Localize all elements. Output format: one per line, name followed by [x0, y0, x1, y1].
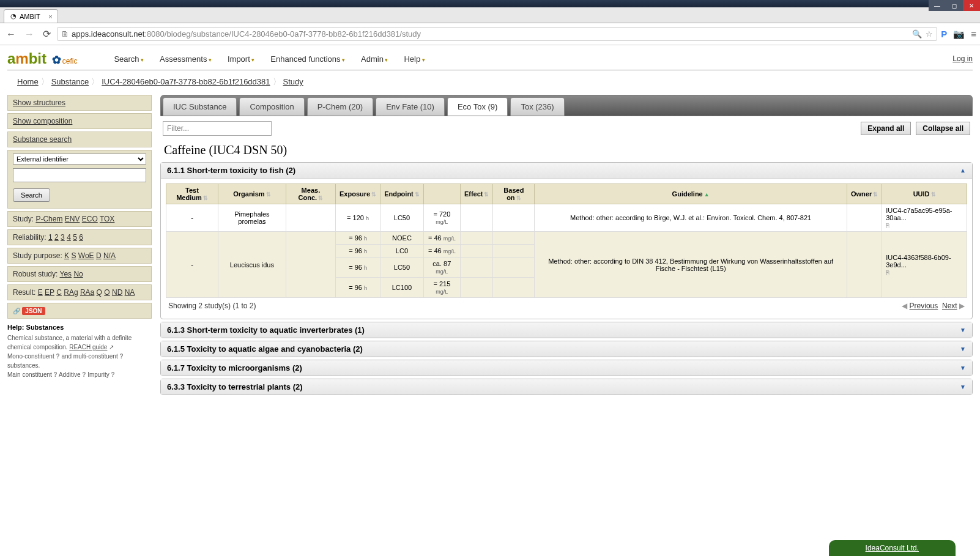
panel-header[interactable]: 6.1.7 Toxicity to microorganisms (2)▼ [161, 360, 972, 376]
filter-link[interactable]: 3 [61, 233, 65, 242]
tab-composition[interactable]: Composition [239, 97, 304, 116]
filter-link[interactable]: No [73, 270, 83, 278]
breadcrumb: Home〉Substance〉IUC4-28046eb0-0a7f-3778-b… [7, 70, 973, 95]
filter-link[interactable]: ECO [82, 215, 98, 223]
nav-admin[interactable]: Admin [361, 54, 388, 64]
main-content: IUC SubstanceCompositionP-Chem (20)Env F… [160, 95, 973, 398]
link-icon: 🔗 [13, 308, 20, 314]
nav-search[interactable]: Search [114, 54, 144, 64]
filter-link[interactable]: O [104, 288, 110, 297]
filter-link[interactable]: 5 [73, 233, 77, 242]
identifier-select[interactable]: External identifier [13, 154, 146, 165]
filter-link[interactable]: 2 [54, 233, 59, 242]
column-header[interactable]: Owner⇅ [847, 184, 882, 204]
tab-env-fate-10-[interactable]: Env Fate (10) [376, 97, 445, 116]
panel-header[interactable]: 6.1.3 Short-term toxicity to aquatic inv… [161, 322, 972, 338]
filter-link[interactable]: Q [97, 288, 102, 297]
filter-link[interactable]: C [56, 288, 62, 297]
app-header: ambit ✿cefic SearchAssessmentsImportEnha… [7, 45, 973, 70]
zoom-icon[interactable]: 🔍 [912, 29, 922, 39]
filter-link[interactable]: D [96, 251, 102, 260]
collapse-all-button[interactable]: Collapse all [916, 122, 970, 135]
json-badge[interactable]: JSON [22, 307, 45, 315]
browser-tab[interactable]: ◔ AMBIT × [4, 9, 58, 23]
nav-enhanced-functions[interactable]: Enhanced functions [270, 54, 345, 64]
next-link[interactable]: Next [942, 302, 957, 310]
sidebar-link[interactable]: Substance search [13, 135, 72, 144]
expand-icon: ▼ [960, 384, 966, 390]
tab-close-icon[interactable]: × [48, 13, 52, 20]
browser-menu-icon[interactable]: ≡ [971, 29, 976, 39]
breadcrumb-item[interactable]: Home [17, 77, 39, 86]
bookmark-icon[interactable]: ☆ [926, 29, 933, 39]
column-header[interactable]: Organism⇅ [218, 184, 286, 204]
breadcrumb-item[interactable]: Study [283, 77, 303, 86]
ext-p-icon[interactable]: P [941, 29, 947, 39]
filter-link[interactable]: S [71, 251, 76, 260]
prev-link[interactable]: Previous [910, 302, 938, 310]
sidebar-link[interactable]: Show structures [13, 98, 65, 107]
nav-assessments[interactable]: Assessments [160, 54, 212, 64]
filter-link[interactable]: Yes [60, 270, 72, 278]
breadcrumb-item[interactable]: Substance [51, 77, 89, 86]
page-icon: 🗎 [61, 29, 69, 39]
tab-iuc-substance[interactable]: IUC Substance [163, 97, 237, 116]
panel-header[interactable]: 6.1.5 Toxicity to aquatic algae and cyan… [161, 341, 972, 357]
filter-link[interactable]: P-Chem [35, 215, 62, 223]
forward-button[interactable]: → [22, 28, 37, 41]
column-header[interactable] [423, 184, 460, 204]
copy-icon[interactable]: ⎘ [886, 222, 889, 229]
login-link[interactable]: Log in [952, 54, 973, 63]
filter-link[interactable]: WoE [78, 251, 94, 260]
window-maximize[interactable]: ◻ [946, 0, 963, 11]
copy-icon[interactable]: ⎘ [886, 269, 889, 276]
filter-link[interactable]: ND [112, 288, 122, 297]
column-header[interactable]: UUID⇅ [882, 184, 967, 204]
filter-link[interactable]: EP [45, 288, 54, 297]
tab-p-chem-20-[interactable]: P-Chem (20) [307, 97, 373, 116]
gear-icon: ✿ [52, 54, 61, 66]
filter-input[interactable] [163, 121, 272, 136]
filter-link[interactable]: ENV [65, 215, 80, 223]
nav-help[interactable]: Help [404, 54, 425, 64]
filter-link[interactable]: N/A [103, 251, 116, 260]
tab-tox-236-[interactable]: Tox (236) [510, 97, 564, 116]
filter-link[interactable]: E [38, 288, 43, 297]
search-button[interactable]: Search [13, 188, 50, 202]
filter-link[interactable]: TOX [100, 215, 114, 223]
column-header[interactable]: Effect⇅ [460, 184, 493, 204]
reach-guide-link[interactable]: REACH guide [69, 344, 107, 350]
app-logo[interactable]: ambit ✿cefic [7, 50, 77, 67]
study-table: Test Medium⇅Organism⇅Meas. Conc.⇅Exposur… [166, 183, 967, 298]
collapse-icon: ▲ [960, 167, 966, 174]
column-header[interactable]: Endpoint⇅ [380, 184, 424, 204]
expand-all-button[interactable]: Expand all [861, 122, 911, 135]
tab-eco-tox-9-[interactable]: Eco Tox (9) [447, 97, 508, 116]
column-header[interactable]: Guideline▲ [535, 184, 847, 204]
filter-link[interactable]: RAg [64, 288, 78, 297]
column-header[interactable]: Exposure⇅ [335, 184, 380, 204]
filter-link[interactable]: 1 [48, 233, 53, 242]
filter-link[interactable]: 4 [67, 233, 71, 242]
breadcrumb-item[interactable]: IUC4-28046eb0-0a7f-3778-bb82-6b1f216dd38… [102, 77, 270, 86]
filter-link[interactable]: RAa [80, 288, 94, 297]
nav-import[interactable]: Import [228, 54, 254, 64]
sidebar-link[interactable]: Show composition [13, 117, 72, 125]
address-bar[interactable]: 🗎 apps.ideaconsult.net:8080/biodeg/subst… [57, 27, 937, 41]
search-input[interactable] [13, 168, 146, 182]
filter-link[interactable]: NA [125, 288, 135, 297]
column-header[interactable]: Meas. Conc.⇅ [286, 184, 335, 204]
page-title: Caffeine (IUC4 DSN 50) [160, 141, 973, 162]
column-header[interactable]: Based on⇅ [493, 184, 535, 204]
window-close[interactable]: ✕ [963, 0, 980, 11]
filter-link[interactable]: 6 [79, 233, 83, 242]
column-header[interactable]: Test Medium⇅ [166, 184, 218, 204]
window-minimize[interactable]: — [929, 0, 946, 11]
back-button[interactable]: ← [4, 28, 18, 41]
reload-button[interactable]: ⟳ [40, 27, 53, 41]
external-link-icon: ↗ [109, 344, 114, 350]
ext-camera-icon[interactable]: 📷 [953, 29, 965, 40]
panel-header[interactable]: 6.1.1 Short-term toxicity to fish (2) ▲ [161, 163, 972, 179]
filter-link[interactable]: K [64, 251, 69, 260]
panel-header[interactable]: 6.3.3 Toxicity to terrestrial plants (2)… [161, 379, 972, 395]
